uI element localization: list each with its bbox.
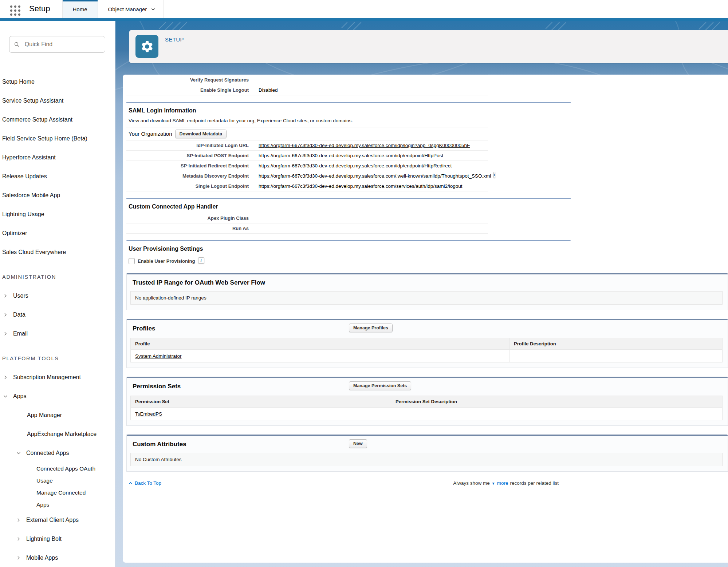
sidebar-item-label: Service Setup Assistant (2, 98, 63, 104)
page-title: SETUP (165, 36, 184, 43)
chevron-right-icon (16, 536, 21, 542)
sidebar-item-label: App Manager (27, 412, 62, 419)
sidebar-item-appexchange-marketplace[interactable]: AppExchange Marketplace (0, 425, 115, 444)
back-to-top-link[interactable]: Back To Top (129, 480, 161, 486)
column-header-permission-set: Permission Set (131, 396, 391, 408)
manage-profiles-button[interactable]: Manage Profiles (349, 324, 393, 332)
manage-permission-sets-button[interactable]: Manage Permission Sets (349, 381, 411, 390)
sidebar-item-salesforce-mobile-app[interactable]: Salesforce Mobile App (0, 186, 115, 205)
custom-attributes-empty-message: No Custom Attributes (130, 453, 723, 466)
detail-row: Run As (126, 223, 488, 234)
chevron-right-icon (16, 555, 21, 560)
chevron-right-icon (16, 518, 21, 523)
sidebar-item-label: Field Service Setup Home (Beta) (2, 135, 87, 142)
records-per-list-control: Always show me ▼ more records per relate… (453, 480, 559, 486)
sidebar-item-setup-home[interactable]: Setup Home (0, 72, 115, 91)
new-custom-attribute-button[interactable]: New (349, 439, 367, 448)
more-records-link[interactable]: more (497, 480, 508, 486)
sidebar-item-commerce-setup-assistant[interactable]: Commerce Setup Assistant (0, 110, 115, 129)
brand-color-bar (0, 18, 728, 21)
sidebar-item-field-service-setup-home-beta[interactable]: Field Service Setup Home (Beta) (0, 129, 115, 148)
sidebar-item-label: Manage Connected Apps (36, 487, 100, 511)
global-tab-bar: Home Object Manager (62, 0, 164, 18)
column-header-profile-description: Profile Description (509, 338, 723, 350)
detail-label: Run As (126, 226, 249, 231)
sidebar-item-hyperforce-assistant[interactable]: Hyperforce Assistant (0, 148, 115, 167)
permission-sets-related-list: Permission Sets Manage Permission Sets P… (126, 377, 728, 426)
custom-handler-table: Apex Plugin ClassRun As (126, 213, 488, 234)
enable-user-provisioning-checkbox[interactable] (129, 258, 135, 264)
sidebar-nav: Setup HomeService Setup AssistantCommerc… (0, 72, 115, 567)
sidebar-item-sales-cloud-everywhere[interactable]: Sales Cloud Everywhere (0, 243, 115, 262)
permission-set-link[interactable]: TsEmbedPS (135, 411, 162, 417)
info-icon[interactable]: i (493, 172, 495, 178)
chevron-down-icon (3, 394, 8, 399)
sidebar-item-release-updates[interactable]: Release Updates (0, 167, 115, 186)
chevron-right-icon (3, 293, 8, 298)
detail-value: Disabled (249, 87, 278, 93)
detail-label: SP-Initiated POST Endpoint (126, 153, 249, 158)
sidebar-item-service-setup-assistant[interactable]: Service Setup Assistant (0, 91, 115, 110)
profiles-table-wrap: Profile Profile Description System Admin… (130, 338, 723, 362)
column-header-permission-set-description: Permission Set Description (391, 396, 723, 408)
chevron-up-icon (129, 481, 133, 485)
detail-row: Metadata Discovery Endpointhttps://orgfa… (126, 171, 488, 181)
profile-link[interactable]: System Administrator (135, 353, 182, 359)
sidebar-item-label: Apps (13, 393, 26, 400)
section-divider (126, 102, 571, 103)
quick-find-input[interactable] (24, 41, 100, 48)
column-header-profile: Profile (131, 338, 509, 350)
sidebar-item-label: Sales Cloud Everywhere (2, 249, 66, 255)
tab-object-manager[interactable]: Object Manager (98, 0, 164, 18)
endpoint-link[interactable]: https://orgfarm-667c3f3d30-dev-ed.develo… (249, 143, 470, 148)
sidebar-item-label: Release Updates (2, 173, 47, 180)
tab-home-label: Home (73, 6, 87, 12)
detail-label: Single Logout Endpoint (126, 183, 249, 189)
sidebar-item-connected-apps-oauth-usage[interactable]: Connected Apps OAuth Usage (0, 463, 115, 487)
sidebar-item-email[interactable]: Email (0, 324, 115, 343)
detail-row: SP-Initiated Redirect Endpointhttps://or… (126, 161, 488, 171)
setup-gear-tile (135, 35, 158, 58)
sidebar-item-apps[interactable]: Apps (0, 387, 115, 406)
enable-user-provisioning-row: Enable User Provisioning i (129, 258, 728, 264)
request-settings-table: Verify Request SignaturesEnable Single L… (126, 75, 488, 95)
saml-login-title: SAML Login Information (129, 107, 728, 114)
triangle-down-icon[interactable]: ▼ (492, 481, 495, 485)
saml-endpoints-table: IdP-Initiated Login URLhttps://orgfarm-6… (126, 140, 488, 191)
detail-value: https://orgfarm-667c3f3d30-dev-ed.develo… (249, 173, 491, 179)
sidebar-item-label: Commerce Setup Assistant (2, 116, 72, 123)
permission-sets-table-wrap: Permission Set Permission Set Descriptio… (130, 396, 723, 420)
sidebar-item-manage-connected-apps[interactable]: Manage Connected Apps (0, 487, 115, 511)
permission-set-description-cell (391, 408, 723, 420)
sidebar-item-label: Mobile Apps (26, 555, 58, 561)
sidebar-item-label: Data (13, 312, 25, 318)
sidebar-item-connected-apps[interactable]: Connected Apps (0, 444, 115, 463)
sidebar-section-administration: ADMINISTRATION (0, 267, 115, 286)
detail-label: Verify Request Signatures (126, 77, 249, 83)
trusted-ip-range-section: Trusted IP Range for OAuth Web Server Fl… (126, 273, 728, 310)
sidebar-item-data[interactable]: Data (0, 305, 115, 324)
sidebar-item-mobile-apps[interactable]: Mobile Apps (0, 548, 115, 567)
sidebar-item-lightning-usage[interactable]: Lightning Usage (0, 205, 115, 224)
your-organization-row: Your Organization Download Metadata (126, 127, 488, 140)
info-icon[interactable]: i (198, 257, 204, 263)
profiles-title: Profiles (133, 325, 155, 332)
sidebar-item-external-client-apps[interactable]: External Client Apps (0, 511, 115, 530)
sidebar-item-label: Setup Home (2, 79, 35, 85)
sidebar-item-users[interactable]: Users (0, 286, 115, 305)
quick-find-box[interactable] (9, 36, 105, 53)
sidebar-item-label: Connected Apps (26, 450, 69, 456)
sidebar-item-lightning-bolt[interactable]: Lightning Bolt (0, 530, 115, 548)
sidebar-item-app-manager[interactable]: App Manager (0, 406, 115, 425)
detail-label: Enable Single Logout (126, 87, 249, 93)
app-launcher-waffle-icon[interactable] (9, 4, 21, 17)
sidebar-item-subscription-management[interactable]: Subscription Management (0, 368, 115, 387)
detail-row: Verify Request Signatures (126, 75, 488, 85)
custom-attributes-related-list: Custom Attributes New No Custom Attribut… (126, 435, 728, 472)
download-metadata-button[interactable]: Download Metadata (175, 130, 227, 138)
detail-value: https://orgfarm-667c3f3d30-dev-ed.develo… (249, 163, 452, 168)
detail-label: SP-Initiated Redirect Endpoint (126, 163, 249, 168)
sidebar-item-optimizer[interactable]: Optimizer (0, 224, 115, 243)
tab-home[interactable]: Home (62, 0, 98, 18)
salesforce-setup-page: Setup Home Object Manager Se (0, 0, 728, 567)
